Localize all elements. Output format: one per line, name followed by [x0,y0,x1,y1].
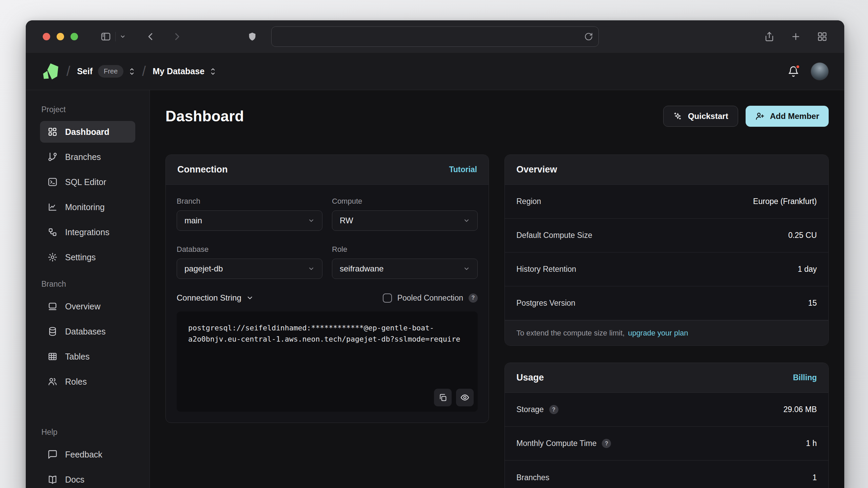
sidebar-item-label: Branches [65,152,101,162]
usage-card: Usage Billing Storage ? 29.06 MB [505,363,829,488]
branch-field-label: Branch [177,197,322,206]
billing-link[interactable]: Billing [793,373,817,382]
compute-field-label: Compute [332,197,478,206]
sidebar-item-label: Docs [65,475,84,485]
overview-card-title: Overview [516,164,557,175]
sidebar-section-project: Project [40,105,135,114]
forward-button[interactable] [172,32,182,42]
sidebar-item-monitoring[interactable]: Monitoring [40,196,135,218]
sidebar-section-help: Help [40,428,135,437]
sidebar-item-docs[interactable]: Docs [40,469,135,488]
quickstart-button[interactable]: Quickstart [663,106,738,127]
usage-row-branches: Branches 1 [505,461,828,488]
connection-string-line1: postgresql://seifeldinhamed:************… [188,324,434,332]
sidebar: Project Dashboard Branches SQL Editor Mo… [26,90,150,488]
usage-row-storage: Storage ? 29.06 MB [505,393,828,427]
role-select[interactable]: seifradwane [332,259,478,279]
compute-select[interactable]: RW [332,210,478,231]
tab-overview-icon[interactable] [817,32,827,42]
sidebar-item-integrations[interactable]: Integrations [40,221,135,243]
nodes-icon [47,227,58,237]
org-selector[interactable]: Seif Free [77,65,135,78]
sidebar-item-label: Databases [65,327,106,337]
upgrade-plan-link[interactable]: upgrade your plan [628,329,688,338]
neon-logo-icon[interactable] [41,63,60,80]
overview-row-compute-size: Default Compute Size 0.25 CU [505,219,828,252]
pooled-connection-checkbox[interactable] [383,293,392,303]
chart-line-icon [47,202,58,212]
chevron-down-icon [246,294,254,302]
chevron-down-icon [463,265,470,272]
book-icon [47,474,58,485]
new-tab-icon[interactable] [791,32,801,42]
reload-icon[interactable] [584,32,593,41]
avatar[interactable] [811,62,829,80]
git-branch-icon [47,152,58,162]
sidebar-item-roles[interactable]: Roles [40,371,135,392]
project-updown-icon [210,67,216,76]
chevron-down-icon [308,217,315,224]
privacy-shield-icon[interactable] [248,31,257,42]
breadcrumb-separator: / [66,64,70,79]
tutorial-link[interactable]: Tutorial [449,165,477,174]
sidebar-item-databases[interactable]: Databases [40,321,135,342]
storage-help-icon[interactable]: ? [549,405,558,414]
sidebar-section-branch: Branch [40,280,135,289]
overview-card-footer: To extend the compute size limit, upgrad… [505,320,828,345]
sidebar-item-settings[interactable]: Settings [40,246,135,268]
close-window-button[interactable] [43,33,50,40]
sidebar-item-tables[interactable]: Tables [40,346,135,367]
breadcrumb-separator: / [142,64,146,79]
sidebar-item-label: Feedback [65,450,102,460]
chevron-down-icon [463,217,470,224]
users-icon [47,377,58,387]
copy-button[interactable] [434,389,452,406]
branch-select[interactable]: main [177,210,322,231]
compute-time-help-icon[interactable]: ? [602,439,611,448]
database-field-label: Database [177,245,322,254]
sidebar-toggle-icon[interactable] [100,31,111,42]
sidebar-item-sql-editor[interactable]: SQL Editor [40,171,135,193]
overview-row-postgres-version: Postgres Version 15 [505,286,828,320]
pooled-connection-label: Pooled Connection [397,293,463,303]
sidebar-item-branches[interactable]: Branches [40,146,135,168]
connection-card-title: Connection [177,164,228,175]
back-button[interactable] [145,32,156,42]
sidebar-item-label: Monitoring [65,202,105,212]
sidebar-item-overview[interactable]: Overview [40,296,135,317]
toolbar-divider [115,32,116,41]
browser-toolbar [26,20,844,53]
notification-dot [795,64,800,69]
connection-string-block: postgresql://seifeldinhamed:************… [177,311,478,412]
sidebar-item-label: Dashboard [65,127,110,137]
reveal-password-eye-button[interactable] [456,389,474,406]
table-icon [47,351,58,362]
overview-card: Overview Region Europe (Frankfurt) Defau… [505,155,829,346]
sidebar-menu-chevron-icon[interactable] [120,34,126,40]
database-select[interactable]: pagejet-db [177,259,322,279]
window-controls [43,33,78,40]
page-title: Dashboard [165,108,244,125]
overview-row-history-retention: History Retention 1 day [505,252,828,286]
zoom-window-button[interactable] [71,33,78,40]
share-icon[interactable] [764,32,774,42]
plan-badge: Free [98,65,123,78]
sidebar-item-label: Integrations [65,227,110,237]
window-icon [47,301,58,311]
notifications-bell-icon[interactable] [788,66,799,77]
add-member-button[interactable]: Add Member [746,106,829,127]
project-selector[interactable]: My Database [153,66,216,76]
connection-string-toggle[interactable]: Connection String [177,293,254,303]
user-plus-icon [755,111,765,121]
usage-row-compute-time: Monthly Compute Time ? 1 h [505,427,828,461]
main-content: Dashboard Quickstart Add Member [150,90,844,488]
address-bar[interactable] [271,26,599,47]
sidebar-item-dashboard[interactable]: Dashboard [40,121,135,143]
pooled-help-icon[interactable]: ? [469,293,478,303]
project-name: My Database [153,66,204,76]
minimize-window-button[interactable] [57,33,64,40]
sidebar-item-label: Settings [65,252,96,262]
sidebar-item-label: Tables [65,352,90,362]
chevron-down-icon [308,265,315,272]
sidebar-item-feedback[interactable]: Feedback [40,444,135,465]
